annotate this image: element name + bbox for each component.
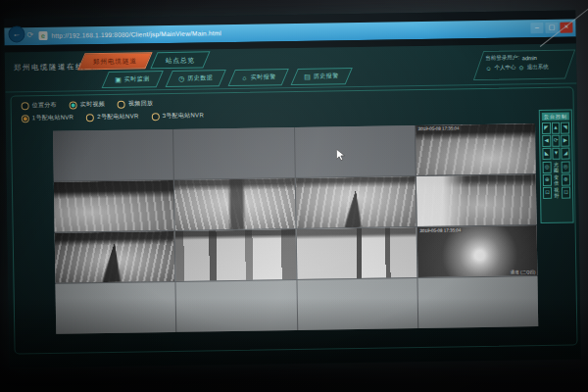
feed-camera-label: 通道 (二Q四) [511, 270, 536, 274]
mouse-cursor [336, 148, 345, 166]
ptz-auto-button[interactable]: ⟳ [552, 135, 561, 147]
ptz-left-button[interactable]: ◀ [542, 135, 551, 147]
camera-cell-r3c1[interactable] [55, 231, 175, 283]
camera-cell-r3c2[interactable] [175, 229, 296, 281]
ptz-adjust-row-1: ◎光圈◎ [543, 162, 570, 173]
tab-cable-tunnel[interactable]: 郑州电缆隧道 [77, 52, 152, 70]
nvr-channel-3[interactable]: 3号配电站NVR [152, 111, 205, 121]
camera-feed-tunnel-left [54, 180, 174, 232]
report-icon: ▤ [304, 73, 311, 80]
auto-icon: ⟳ [554, 137, 559, 143]
radio-icon[interactable] [22, 115, 29, 122]
minimize-button[interactable]: – [530, 23, 543, 33]
radio-icon[interactable] [22, 102, 29, 110]
camera-cell-r2c2[interactable] [174, 178, 295, 230]
menu-item-2[interactable]: ◷历史数据 [165, 70, 225, 87]
radio-icon[interactable] [152, 113, 160, 121]
app-header: 郑州电缆隧道在线监测 郑州电缆隧道站点总览 ▣实时监测◷历史数据☼实时报警▤历史… [5, 43, 577, 92]
ptz-title: 云台控制 [542, 113, 569, 121]
menu-item-3[interactable]: ☼实时报警 [227, 69, 289, 86]
camera-feed-tunnel-center [295, 176, 416, 228]
camera-feed-tunnel-wide [174, 178, 295, 230]
login-label: 当前登录用户: [485, 54, 519, 62]
camera-cell-r4c2[interactable] [176, 280, 297, 332]
nvr-channel-label: 3号配电站NVR [163, 111, 205, 121]
view-mode-3[interactable]: 视频回放 [118, 99, 153, 109]
view-mode-label: 实时视频 [80, 100, 105, 109]
monitor-photo: ← ⟳ e http://192.168.1.199:8080/Client/j… [0, 0, 588, 392]
ptz-up-right-button[interactable]: ◥ [561, 122, 569, 134]
logout-link[interactable]: 退出系统 [527, 64, 549, 71]
view-icon: ⊡ [545, 189, 550, 195]
ptz-down-left-button[interactable]: ◣ [542, 148, 551, 160]
monitor-icon: ▣ [115, 75, 122, 83]
camera-cell-r1c1[interactable] [53, 129, 173, 181]
menu-item-1[interactable]: ▣实时监测 [102, 71, 164, 88]
url-text[interactable]: http://192.168.1.199:8080/Client/jsp/Mai… [51, 29, 221, 39]
ptz-adjust-label: 光圈 [553, 162, 561, 173]
tab-bar: 郑州电缆隧道站点总览 [81, 51, 207, 70]
feed-timestamp: 2019-05-08 17:35:04 [418, 227, 462, 233]
iris-icon: ◎ [564, 164, 568, 170]
camera-cell-r1c2[interactable] [173, 127, 294, 179]
feed-timestamp: 2019-05-08 17:35:04 [417, 125, 461, 131]
ptz-down-right-button[interactable]: ◢ [562, 148, 570, 160]
view-mode-radios: 位置分布实时视频视频回放 [22, 99, 154, 110]
camera-cell-r3c3[interactable] [296, 227, 416, 279]
ptz-iris-plus-button[interactable]: ◎ [562, 162, 570, 173]
ptz-down-button[interactable]: ▼ [552, 148, 561, 160]
person-icon: ☺ [485, 65, 491, 71]
ptz-zoom-minus-button[interactable]: ⊕ [543, 174, 552, 186]
ptz-view-plus-button[interactable]: ⊡ [562, 187, 570, 199]
view-mode-1[interactable]: 位置分布 [22, 101, 57, 111]
username: admin [522, 55, 537, 61]
app-root: 郑州电缆隧道在线监测 郑州电缆隧道站点总览 ▣实时监测◷历史数据☼实时报警▤历史… [5, 43, 581, 368]
camera-cell-r1c3[interactable] [295, 125, 416, 177]
nvr-channel-2[interactable]: 2号配电站NVR [86, 112, 139, 122]
down-left-icon: ◣ [545, 150, 549, 156]
iris-icon: ◎ [545, 164, 550, 170]
camera-cell-r2c4[interactable] [416, 174, 537, 226]
camera-cell-r2c3[interactable] [295, 176, 416, 228]
radio-icon[interactable] [86, 114, 94, 122]
nvr-channel-1[interactable]: 1号配电站NVR [22, 113, 74, 122]
menu-item-label: 实时报警 [250, 73, 275, 81]
ptz-up-button[interactable]: ▲ [552, 122, 561, 134]
maximize-button[interactable]: ▢ [545, 23, 558, 33]
radio-icon[interactable] [70, 101, 77, 109]
camera-cell-r4c1[interactable] [55, 282, 175, 334]
ptz-view-minus-button[interactable]: ⊡ [543, 187, 552, 199]
radio-icon[interactable] [118, 100, 125, 108]
nvr-channel-radios: 1号配电站NVR2号配电站NVR3号配电站NVR [22, 111, 204, 122]
refresh-icon[interactable]: ⟳ [26, 30, 33, 39]
camera-feed-room [175, 229, 296, 281]
tab-label: 郑州电缆隧道 [93, 53, 137, 69]
user-box: 当前登录用户: admin ☺ 个人中心 ⊙ 退出系统 [473, 49, 575, 80]
camera-feed-room-bright [296, 227, 416, 279]
camera-cell-r4c3[interactable] [297, 278, 417, 330]
back-icon[interactable]: ← [8, 25, 24, 42]
ptz-pad: ◤▲◥◀⟳▶◣▼◢ [542, 122, 570, 160]
camera-cell-r4c4[interactable] [417, 276, 538, 328]
menu-item-4[interactable]: ▤历史报警 [291, 68, 353, 85]
view-mode-label: 视频回放 [128, 99, 153, 108]
ptz-right-button[interactable]: ▶ [561, 135, 569, 147]
tab-site-overview[interactable]: 站点总览 [150, 51, 210, 69]
up-left-icon: ◤ [544, 124, 548, 130]
up-right-icon: ◥ [564, 124, 567, 130]
ptz-zoom-plus-button[interactable]: ⊕ [562, 174, 570, 186]
ptz-adjust-row-3: ⊡视野⊡ [543, 187, 570, 199]
tab-label: 站点总览 [166, 53, 195, 68]
left-icon: ◀ [544, 137, 548, 143]
camera-feed-tunnel-bright-left [416, 174, 537, 226]
profile-link[interactable]: 个人中心 [495, 64, 516, 71]
camera-cell-r2c1[interactable] [54, 180, 174, 232]
view-mode-2[interactable]: 实时视频 [70, 100, 105, 110]
view-icon: ⊡ [564, 189, 568, 195]
ptz-adjust-row-2: ⊕变倍⊕ [543, 174, 570, 186]
camera-cell-r1c4[interactable]: 2019-05-08 17:35:04 [416, 123, 536, 175]
ptz-iris-minus-button[interactable]: ◎ [543, 162, 552, 173]
menu-item-label: 历史数据 [187, 74, 213, 82]
camera-cell-r3c4[interactable]: 2019-05-08 17:35:04通道 (二Q四) [416, 225, 537, 277]
ptz-up-left-button[interactable]: ◤ [542, 122, 551, 134]
